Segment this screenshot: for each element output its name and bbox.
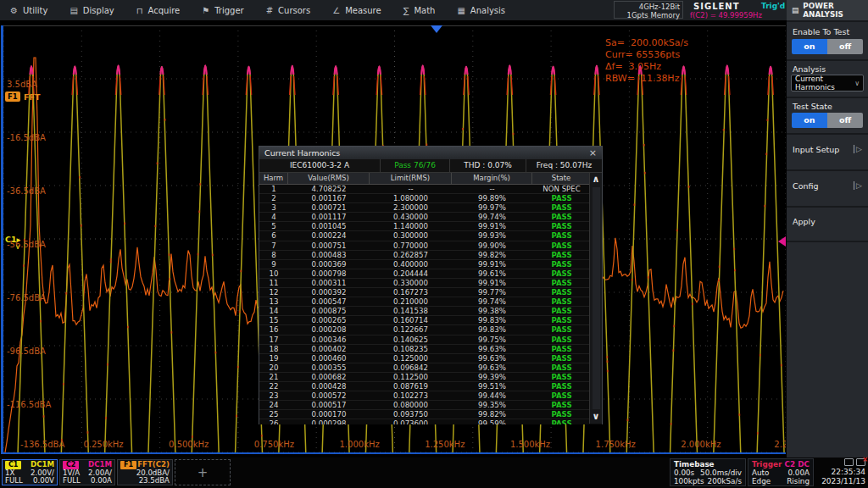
timebase-box[interactable]: Timebase 0.00s 50.0ms/div 100kpts 200kSa…	[670, 458, 746, 486]
table-row[interactable]: 60.0002240.30000099.93%PASS	[259, 231, 602, 241]
table-cell: 1.080000	[370, 194, 452, 202]
table-row[interactable]: 150.0002650.16071499.83%PASS	[259, 316, 602, 325]
clock-time: 22:35:34	[815, 468, 865, 477]
table-cell: 0.000402	[288, 345, 370, 353]
scrollbar-track[interactable]	[593, 187, 600, 409]
table-row[interactable]: 230.0005720.10227399.44%PASS	[259, 391, 602, 401]
table-cell: 24	[259, 401, 288, 409]
table-row[interactable]: 30.0007212.30000099.97%PASS	[259, 203, 602, 213]
table-cell: 0.330000	[370, 279, 452, 287]
table-row[interactable]: 110.0003110.33000099.91%PASS	[259, 279, 602, 288]
table-cell: 0.093750	[370, 410, 452, 419]
channel-box-f1[interactable]: F1FFT(C2)20.0dBA/23.5dBA	[117, 459, 173, 485]
trigger-title: Trigger	[752, 460, 782, 469]
test-state-toggle: on off	[792, 113, 863, 128]
table-cell: 13	[259, 297, 288, 306]
table-cell: PASS	[532, 269, 591, 278]
menu-item-math[interactable]: ∑Math	[403, 6, 436, 15]
table-row[interactable]: 250.0001700.09375099.82%PASS	[259, 410, 602, 419]
config-item[interactable]: Config	[793, 181, 818, 191]
table-row[interactable]: 170.0003460.14062599.75%PASS	[259, 336, 602, 345]
table-row[interactable]: 20.0011671.08000099.89%PASS	[259, 194, 602, 203]
input-setup-item[interactable]: Input Setup	[793, 145, 839, 154]
submenu-arrow-icon: ▷	[854, 181, 862, 190]
pass-count: Pass 76/76	[381, 159, 450, 172]
scroll-up-icon[interactable]: ∧	[590, 173, 603, 186]
table-cell: 99.89%	[452, 194, 532, 202]
add-channel-box[interactable]: +	[175, 459, 231, 485]
trigger-status-badge: Trig'd	[761, 2, 785, 10]
table-cell: 0.140625	[370, 336, 452, 344]
f1-trace-badge[interactable]: F1	[5, 92, 20, 102]
menu-item-measure[interactable]: ∠Measure	[332, 6, 381, 15]
table-row[interactable]: 240.0005170.08000099.35%PASS	[259, 401, 602, 410]
channel-box-c2[interactable]: C2DC1M1V/A2.00A/FULL0.00A	[59, 459, 115, 485]
menu-item-cursors[interactable]: #Cursors	[266, 6, 310, 15]
y-axis-label: 3.5dBA	[7, 80, 37, 89]
trigger-level: 0.00A	[787, 469, 810, 477]
table-cell: 99.77%	[452, 288, 532, 297]
brand-logo: SIGLENT	[693, 2, 740, 11]
table-row[interactable]: 260.0002980.07360099.59%PASS	[259, 419, 602, 424]
menu-item-trigger[interactable]: ⚑Trigger	[202, 6, 243, 15]
menu-item-analysis[interactable]: ▦Analysis	[457, 6, 505, 15]
table-row[interactable]: 190.0004600.12500099.63%PASS	[259, 354, 602, 363]
close-icon[interactable]: ×	[589, 148, 597, 158]
table-cell: 99.35%	[452, 401, 532, 409]
x-axis-label: 2.250	[774, 440, 786, 449]
trigger-position-marker[interactable]	[431, 25, 442, 33]
menu-item-acquire[interactable]: ⊓Acquire	[136, 6, 180, 15]
table-row[interactable]: 40.0011170.43000099.74%PASS	[259, 213, 602, 222]
menu-item-utility[interactable]: ⚙Utility	[10, 6, 47, 15]
table-cell: 18	[259, 345, 288, 353]
submenu-arrow-icon: ▷	[854, 145, 862, 153]
table-header-row: HarmValue(RMS)Limit(RMS)Margin(%)State	[259, 173, 602, 185]
table-cell: PASS	[532, 260, 591, 269]
test-state-on-button[interactable]: on	[792, 113, 827, 128]
trigger-source: C2 DC	[785, 460, 810, 469]
trigger-box[interactable]: Trigger C2 DC Auto 0.00A Edge Rising	[748, 458, 814, 486]
thd-value: THD : 0.07%	[450, 159, 526, 172]
oscilloscope-screen: ⚙Utility▤Display⊓Acquire⚑Trigger#Cursors…	[0, 0, 868, 488]
apply-button[interactable]: Apply	[793, 217, 815, 226]
enable-on-button[interactable]: on	[792, 39, 827, 54]
scrollbar[interactable]: ∧ ∨	[589, 173, 602, 424]
scroll-down-icon[interactable]: ∨	[590, 410, 603, 424]
table-row[interactable]: 14.708252----NON SPEC	[259, 185, 602, 194]
divider	[787, 133, 868, 135]
table-row[interactable]: 180.0004020.10823599.63%PASS	[259, 345, 602, 354]
table-cell: PASS	[532, 345, 591, 353]
trigger-level-marker[interactable]	[778, 236, 786, 247]
channel-box-c1[interactable]: C1DC1M1X2.00V/FULL0.00V	[2, 459, 58, 485]
table-cell: PASS	[532, 297, 591, 306]
analysis-dropdown[interactable]: Current Harmonics ∨	[791, 75, 864, 92]
x-axis-label: 1.750kHz	[596, 440, 636, 449]
channel-value: 0.00V	[33, 477, 54, 485]
table-row[interactable]: 90.0003690.40000099.91%PASS	[259, 260, 602, 269]
table-cell: PASS	[532, 391, 591, 400]
table-row[interactable]: 140.0008750.14153899.38%PASS	[259, 307, 602, 316]
table-row[interactable]: 100.0007980.20444499.61%PASS	[259, 269, 602, 279]
divider	[787, 169, 868, 171]
table-row[interactable]: 210.0006820.11250099.39%PASS	[259, 373, 602, 382]
table-cell: 3	[259, 203, 288, 212]
table-cell: 0.000170	[288, 410, 370, 419]
table-row[interactable]: 200.0003550.09684299.63%PASS	[259, 363, 602, 373]
table-row[interactable]: 220.0004280.08761999.51%PASS	[259, 382, 602, 391]
dialog-title-bar[interactable]: Current Harmonics ×	[259, 147, 602, 159]
table-cell: 0.000547	[288, 297, 370, 306]
table-row[interactable]: 80.0004830.26285799.82%PASS	[259, 251, 602, 260]
table-row[interactable]: 50.0010451.14000099.91%PASS	[259, 222, 602, 231]
table-cell: NON SPEC	[532, 185, 591, 193]
table-row[interactable]: 120.0003920.16727399.77%PASS	[259, 288, 602, 297]
table-row[interactable]: 130.0005470.21000099.74%PASS	[259, 297, 602, 307]
table-row[interactable]: 70.0007510.77000099.90%PASS	[259, 241, 602, 251]
enable-off-button[interactable]: off	[827, 39, 863, 54]
chevron-down-icon: ∨	[854, 80, 860, 87]
x-axis-label: 0.750kHz	[254, 440, 294, 449]
test-state-off-button[interactable]: off	[827, 113, 863, 128]
menu-item-display[interactable]: ▤Display	[70, 6, 114, 15]
acquire-icon: ⊓	[136, 6, 143, 15]
menu-item-label: Math	[414, 6, 435, 15]
table-row[interactable]: 160.0002080.12266799.83%PASS	[259, 325, 602, 335]
